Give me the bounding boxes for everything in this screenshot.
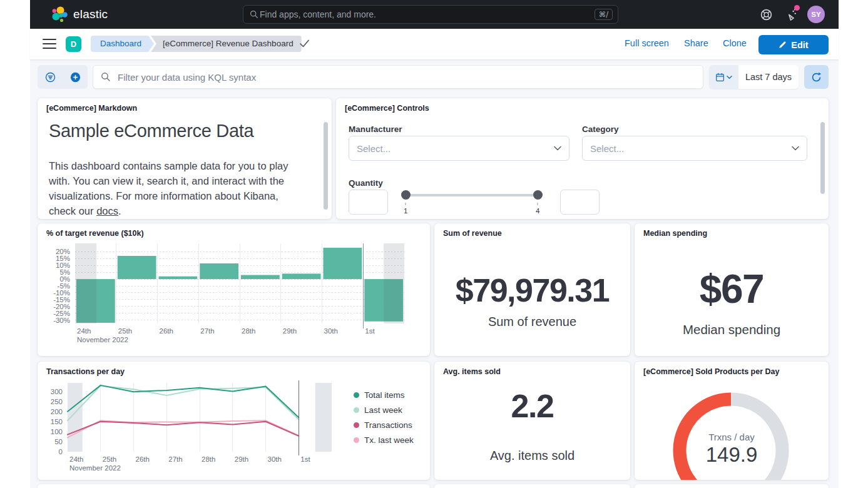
- elastic-home-link[interactable]: elastic: [51, 6, 108, 23]
- user-avatar[interactable]: SY: [807, 6, 825, 23]
- legend-item[interactable]: Transactions: [354, 420, 414, 430]
- chevron-down-icon: [554, 146, 561, 151]
- legend-label: Transactions: [364, 420, 412, 430]
- svg-text:0: 0: [59, 448, 63, 455]
- legend-label: Last week: [364, 405, 402, 415]
- time-range-value[interactable]: Last 7 days: [738, 65, 799, 89]
- breadcrumb-current[interactable]: [eCommerce] Revenue Dashboard: [151, 36, 302, 52]
- svg-text:1st: 1st: [300, 455, 310, 463]
- panel-sold-products-gauge: [eCommerce] Sold Products per Day Trxns …: [635, 362, 829, 480]
- quantity-slider[interactable]: 1 4: [404, 194, 540, 196]
- avg-items-sold-label: Avg. items sold: [434, 449, 630, 463]
- partial-panel: [434, 484, 630, 488]
- sum-of-revenue-label: Sum of revenue: [434, 315, 630, 329]
- edit-button[interactable]: Edit: [758, 35, 829, 54]
- sum-of-revenue-value: $79,979.31: [434, 272, 630, 309]
- search-icon: [101, 72, 111, 82]
- slider-handle-min[interactable]: [401, 190, 411, 200]
- svg-text:25th: 25th: [118, 327, 132, 335]
- category-select[interactable]: Select...: [582, 136, 807, 161]
- refresh-button[interactable]: [804, 65, 829, 89]
- slider-handle-max[interactable]: [533, 190, 543, 200]
- add-filter-button[interactable]: [63, 65, 88, 89]
- legend-item[interactable]: Last week: [354, 405, 414, 415]
- manufacturer-select[interactable]: Select...: [349, 136, 569, 161]
- panel-title: [eCommerce] Controls: [345, 104, 429, 113]
- filter-icon: [45, 72, 56, 83]
- filter-button-group: [38, 65, 88, 89]
- slider-max-label: 4: [536, 207, 539, 215]
- calendar-icon: [715, 73, 725, 82]
- panel-title: % of target revenue ($10k): [46, 229, 144, 238]
- target-revenue-bar-chart[interactable]: 20%15%10%5%0%-5%-10%-15%-20%-25%-30%24th…: [38, 240, 430, 353]
- breadcrumb-dashboard[interactable]: Dashboard: [91, 36, 154, 52]
- docs-link[interactable]: docs: [96, 205, 118, 216]
- svg-text:28th: 28th: [242, 327, 255, 335]
- svg-text:27th: 27th: [200, 327, 214, 335]
- svg-text:100: 100: [51, 428, 63, 435]
- global-search[interactable]: ⌘/: [243, 5, 618, 24]
- quantity-min-input[interactable]: [349, 190, 388, 215]
- kql-search-bar[interactable]: [93, 65, 703, 89]
- svg-text:1st: 1st: [365, 327, 375, 335]
- quantity-label: Quantity: [349, 178, 383, 188]
- svg-text:26th: 26th: [136, 455, 150, 463]
- panel-title: [eCommerce] Sold Products per Day: [643, 367, 779, 376]
- chevron-down-icon: [792, 146, 799, 151]
- search-icon: [250, 10, 258, 19]
- global-header: elastic ⌘/: [30, 0, 839, 29]
- controls-scrollbar[interactable]: [820, 122, 825, 194]
- panel-transactions: Transactions per day 0501001502002503002…: [38, 362, 430, 480]
- svg-text:November 2022: November 2022: [77, 336, 128, 343]
- manufacturer-label: Manufacturer: [349, 125, 402, 134]
- date-quick-select-button[interactable]: [709, 65, 738, 89]
- chart-legend: Total itemsLast weekTransactionsTx. last…: [354, 390, 414, 445]
- panel-target-revenue: % of target revenue ($10k) 20%15%10%5%0%…: [38, 223, 430, 356]
- filter-list-button[interactable]: [38, 65, 63, 89]
- svg-text:250: 250: [51, 398, 63, 405]
- slider-min-label: 1: [404, 207, 407, 215]
- panel-markdown: [eCommerce] Markdown Sample eCommerce Da…: [38, 98, 332, 219]
- legend-dot: [354, 437, 359, 443]
- legend-dot: [354, 392, 359, 398]
- gauge-label: Trxns / day: [635, 432, 829, 442]
- panel-title: [eCommerce] Markdown: [46, 104, 137, 113]
- notification-badge: [794, 5, 800, 11]
- plus-circle-icon: [70, 72, 81, 83]
- svg-text:150: 150: [51, 418, 63, 425]
- help-icon[interactable]: [758, 7, 774, 22]
- share-link[interactable]: Share: [684, 38, 708, 48]
- partial-panel: [38, 484, 430, 488]
- breadcrumb: Dashboard [eCommerce] Revenue Dashboard: [91, 36, 302, 52]
- legend-dot: [354, 422, 359, 428]
- markdown-scrollbar[interactable]: [324, 122, 328, 210]
- median-spending-label: Median spending: [635, 322, 829, 337]
- kibana-app: elastic ⌘/: [30, 0, 839, 488]
- svg-text:26th: 26th: [160, 327, 173, 335]
- median-spending-value: $67: [635, 266, 829, 312]
- space-avatar[interactable]: D: [66, 36, 81, 52]
- clone-link[interactable]: Clone: [723, 38, 747, 48]
- markdown-heading: Sample eCommerce Data: [49, 121, 253, 141]
- svg-text:50: 50: [54, 438, 63, 445]
- menu-icon[interactable]: [43, 38, 56, 50]
- full-screen-link[interactable]: Full screen: [625, 38, 669, 48]
- panel-sum-of-revenue: Sum of revenue $79,979.31 Sum of revenue: [434, 223, 630, 356]
- panel-title: Sum of revenue: [443, 229, 502, 238]
- panel-title: Transactions per day: [46, 367, 125, 376]
- svg-text:25th: 25th: [103, 455, 116, 463]
- legend-item[interactable]: Tx. last week: [354, 435, 414, 445]
- legend-item[interactable]: Total items: [354, 390, 414, 400]
- panel-avg-items-sold: Avg. items sold 2.2 Avg. items sold: [434, 362, 630, 480]
- global-search-input[interactable]: [258, 9, 595, 20]
- kql-input[interactable]: [116, 71, 695, 83]
- quantity-max-input[interactable]: [560, 190, 600, 215]
- legend-dot: [354, 407, 359, 413]
- gauge-value: 149.9: [635, 443, 829, 467]
- avg-items-sold-value: 2.2: [434, 387, 630, 425]
- panel-controls: [eCommerce] Controls Manufacturer Select…: [336, 98, 829, 219]
- svg-text:29th: 29th: [283, 327, 297, 335]
- check-icon[interactable]: [299, 39, 310, 48]
- newsfeed-icon[interactable]: [784, 7, 799, 22]
- date-picker: Last 7 days: [709, 65, 799, 89]
